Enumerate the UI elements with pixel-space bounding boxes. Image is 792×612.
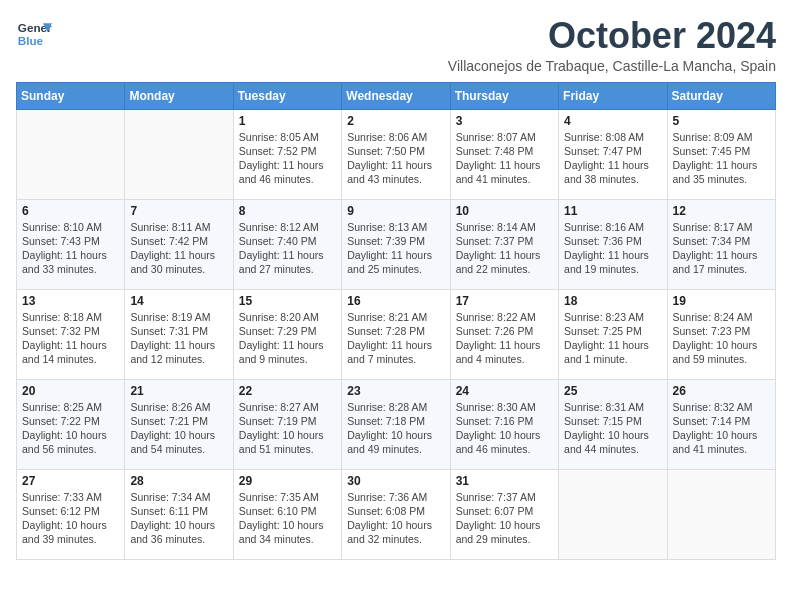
- day-number: 14: [130, 294, 227, 308]
- day-info: Sunrise: 7:36 AM Sunset: 6:08 PM Dayligh…: [347, 490, 444, 547]
- day-info: Sunrise: 8:16 AM Sunset: 7:36 PM Dayligh…: [564, 220, 661, 277]
- day-number: 22: [239, 384, 336, 398]
- day-cell: 28Sunrise: 7:34 AM Sunset: 6:11 PM Dayli…: [125, 469, 233, 559]
- day-number: 15: [239, 294, 336, 308]
- weekday-header-sunday: Sunday: [17, 82, 125, 109]
- day-number: 9: [347, 204, 444, 218]
- day-cell: 23Sunrise: 8:28 AM Sunset: 7:18 PM Dayli…: [342, 379, 450, 469]
- week-row-4: 20Sunrise: 8:25 AM Sunset: 7:22 PM Dayli…: [17, 379, 776, 469]
- logo-icon: General Blue: [16, 16, 52, 52]
- day-info: Sunrise: 8:09 AM Sunset: 7:45 PM Dayligh…: [673, 130, 770, 187]
- day-info: Sunrise: 7:35 AM Sunset: 6:10 PM Dayligh…: [239, 490, 336, 547]
- day-cell: 27Sunrise: 7:33 AM Sunset: 6:12 PM Dayli…: [17, 469, 125, 559]
- day-cell: 29Sunrise: 7:35 AM Sunset: 6:10 PM Dayli…: [233, 469, 341, 559]
- day-cell: 25Sunrise: 8:31 AM Sunset: 7:15 PM Dayli…: [559, 379, 667, 469]
- day-info: Sunrise: 8:32 AM Sunset: 7:14 PM Dayligh…: [673, 400, 770, 457]
- day-number: 12: [673, 204, 770, 218]
- day-info: Sunrise: 8:08 AM Sunset: 7:47 PM Dayligh…: [564, 130, 661, 187]
- day-info: Sunrise: 8:24 AM Sunset: 7:23 PM Dayligh…: [673, 310, 770, 367]
- day-cell: 19Sunrise: 8:24 AM Sunset: 7:23 PM Dayli…: [667, 289, 775, 379]
- day-cell: 10Sunrise: 8:14 AM Sunset: 7:37 PM Dayli…: [450, 199, 558, 289]
- day-cell: 5Sunrise: 8:09 AM Sunset: 7:45 PM Daylig…: [667, 109, 775, 199]
- week-row-2: 6Sunrise: 8:10 AM Sunset: 7:43 PM Daylig…: [17, 199, 776, 289]
- day-cell: 24Sunrise: 8:30 AM Sunset: 7:16 PM Dayli…: [450, 379, 558, 469]
- day-cell: 7Sunrise: 8:11 AM Sunset: 7:42 PM Daylig…: [125, 199, 233, 289]
- day-info: Sunrise: 8:12 AM Sunset: 7:40 PM Dayligh…: [239, 220, 336, 277]
- day-cell: 26Sunrise: 8:32 AM Sunset: 7:14 PM Dayli…: [667, 379, 775, 469]
- day-info: Sunrise: 8:06 AM Sunset: 7:50 PM Dayligh…: [347, 130, 444, 187]
- month-title: October 2024: [448, 16, 776, 56]
- day-number: 10: [456, 204, 553, 218]
- day-cell: 9Sunrise: 8:13 AM Sunset: 7:39 PM Daylig…: [342, 199, 450, 289]
- day-info: Sunrise: 8:31 AM Sunset: 7:15 PM Dayligh…: [564, 400, 661, 457]
- week-row-3: 13Sunrise: 8:18 AM Sunset: 7:32 PM Dayli…: [17, 289, 776, 379]
- day-cell: 14Sunrise: 8:19 AM Sunset: 7:31 PM Dayli…: [125, 289, 233, 379]
- day-cell: [559, 469, 667, 559]
- day-info: Sunrise: 8:26 AM Sunset: 7:21 PM Dayligh…: [130, 400, 227, 457]
- day-number: 4: [564, 114, 661, 128]
- day-cell: 22Sunrise: 8:27 AM Sunset: 7:19 PM Dayli…: [233, 379, 341, 469]
- day-number: 3: [456, 114, 553, 128]
- day-cell: 8Sunrise: 8:12 AM Sunset: 7:40 PM Daylig…: [233, 199, 341, 289]
- day-info: Sunrise: 8:25 AM Sunset: 7:22 PM Dayligh…: [22, 400, 119, 457]
- day-cell: [17, 109, 125, 199]
- day-info: Sunrise: 7:37 AM Sunset: 6:07 PM Dayligh…: [456, 490, 553, 547]
- weekday-header-saturday: Saturday: [667, 82, 775, 109]
- day-info: Sunrise: 8:21 AM Sunset: 7:28 PM Dayligh…: [347, 310, 444, 367]
- day-cell: 16Sunrise: 8:21 AM Sunset: 7:28 PM Dayli…: [342, 289, 450, 379]
- weekday-header-monday: Monday: [125, 82, 233, 109]
- logo: General Blue: [16, 16, 52, 52]
- day-number: 26: [673, 384, 770, 398]
- day-number: 30: [347, 474, 444, 488]
- day-cell: 4Sunrise: 8:08 AM Sunset: 7:47 PM Daylig…: [559, 109, 667, 199]
- day-number: 6: [22, 204, 119, 218]
- day-info: Sunrise: 8:10 AM Sunset: 7:43 PM Dayligh…: [22, 220, 119, 277]
- day-number: 31: [456, 474, 553, 488]
- day-info: Sunrise: 8:28 AM Sunset: 7:18 PM Dayligh…: [347, 400, 444, 457]
- day-number: 21: [130, 384, 227, 398]
- day-number: 7: [130, 204, 227, 218]
- day-info: Sunrise: 8:18 AM Sunset: 7:32 PM Dayligh…: [22, 310, 119, 367]
- day-cell: 6Sunrise: 8:10 AM Sunset: 7:43 PM Daylig…: [17, 199, 125, 289]
- day-cell: 3Sunrise: 8:07 AM Sunset: 7:48 PM Daylig…: [450, 109, 558, 199]
- day-info: Sunrise: 8:13 AM Sunset: 7:39 PM Dayligh…: [347, 220, 444, 277]
- day-number: 18: [564, 294, 661, 308]
- day-info: Sunrise: 8:23 AM Sunset: 7:25 PM Dayligh…: [564, 310, 661, 367]
- day-info: Sunrise: 8:11 AM Sunset: 7:42 PM Dayligh…: [130, 220, 227, 277]
- day-info: Sunrise: 8:20 AM Sunset: 7:29 PM Dayligh…: [239, 310, 336, 367]
- day-number: 24: [456, 384, 553, 398]
- day-cell: 30Sunrise: 7:36 AM Sunset: 6:08 PM Dayli…: [342, 469, 450, 559]
- day-info: Sunrise: 7:33 AM Sunset: 6:12 PM Dayligh…: [22, 490, 119, 547]
- page-header: General Blue October 2024 Villaconejos d…: [16, 16, 776, 74]
- title-section: October 2024 Villaconejos de Trabaque, C…: [448, 16, 776, 74]
- day-cell: 20Sunrise: 8:25 AM Sunset: 7:22 PM Dayli…: [17, 379, 125, 469]
- day-number: 13: [22, 294, 119, 308]
- day-number: 19: [673, 294, 770, 308]
- day-number: 20: [22, 384, 119, 398]
- day-cell: 12Sunrise: 8:17 AM Sunset: 7:34 PM Dayli…: [667, 199, 775, 289]
- day-info: Sunrise: 8:17 AM Sunset: 7:34 PM Dayligh…: [673, 220, 770, 277]
- day-cell: 1Sunrise: 8:05 AM Sunset: 7:52 PM Daylig…: [233, 109, 341, 199]
- calendar-table: SundayMondayTuesdayWednesdayThursdayFrid…: [16, 82, 776, 560]
- day-number: 17: [456, 294, 553, 308]
- day-info: Sunrise: 7:34 AM Sunset: 6:11 PM Dayligh…: [130, 490, 227, 547]
- day-info: Sunrise: 8:30 AM Sunset: 7:16 PM Dayligh…: [456, 400, 553, 457]
- location: Villaconejos de Trabaque, Castille-La Ma…: [448, 58, 776, 74]
- day-number: 11: [564, 204, 661, 218]
- day-cell: 13Sunrise: 8:18 AM Sunset: 7:32 PM Dayli…: [17, 289, 125, 379]
- day-info: Sunrise: 8:19 AM Sunset: 7:31 PM Dayligh…: [130, 310, 227, 367]
- weekday-header-tuesday: Tuesday: [233, 82, 341, 109]
- day-number: 23: [347, 384, 444, 398]
- day-number: 8: [239, 204, 336, 218]
- day-info: Sunrise: 8:14 AM Sunset: 7:37 PM Dayligh…: [456, 220, 553, 277]
- day-number: 29: [239, 474, 336, 488]
- day-number: 1: [239, 114, 336, 128]
- day-number: 2: [347, 114, 444, 128]
- day-cell: 18Sunrise: 8:23 AM Sunset: 7:25 PM Dayli…: [559, 289, 667, 379]
- weekday-header-thursday: Thursday: [450, 82, 558, 109]
- week-row-1: 1Sunrise: 8:05 AM Sunset: 7:52 PM Daylig…: [17, 109, 776, 199]
- day-info: Sunrise: 8:05 AM Sunset: 7:52 PM Dayligh…: [239, 130, 336, 187]
- day-cell: 31Sunrise: 7:37 AM Sunset: 6:07 PM Dayli…: [450, 469, 558, 559]
- day-info: Sunrise: 8:07 AM Sunset: 7:48 PM Dayligh…: [456, 130, 553, 187]
- day-info: Sunrise: 8:27 AM Sunset: 7:19 PM Dayligh…: [239, 400, 336, 457]
